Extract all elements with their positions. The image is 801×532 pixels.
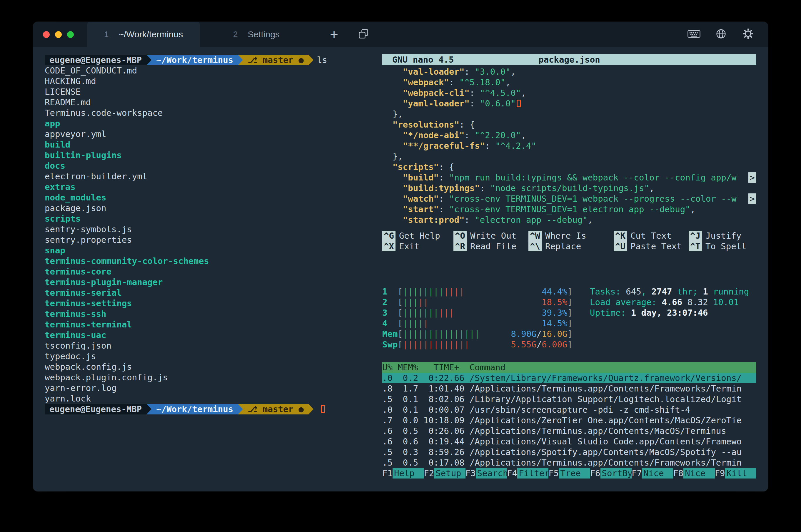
text-segment: "build" [403,173,439,183]
function-key-label: Nice + [683,468,714,478]
gear-icon [743,28,754,41]
text-segment: "resolutions" [393,120,459,130]
directory-name: build [45,139,70,150]
function-key-number: F5 [548,468,559,478]
function-key: F6SortBy [590,468,632,478]
nano-shortcut-row: ^GGet Help^OWrite Out^WWhere Is^KCut Tex… [382,230,756,241]
text-segment: "node scripts/build-typings.js" [490,183,649,193]
text-segment: "*/node-abi" [403,130,465,140]
function-key-label: Tree [559,468,590,478]
meter-bracket: ] [567,308,572,318]
nano-line: }, [382,151,756,162]
new-tab-button[interactable]: + [326,26,342,43]
htop-function-key-bar: F1HelpF2SetupF3SearchF4FilterF5TreeF6Sor… [382,468,756,478]
nano-shortcut: ^\Replace [528,241,614,252]
meter-value: 8.90G/16.0G [511,329,567,339]
text-segment: "0.6.0" [480,98,516,109]
text-segment: : [480,183,490,193]
nano-filename: package.json [382,54,756,65]
settings-button[interactable] [740,26,756,43]
process-row: .0 0.1 0:00.07 /usr/sbin/screencapture -… [382,404,756,415]
function-key-label: Setup [434,468,465,478]
text-segment [382,204,403,214]
language-button[interactable] [713,26,729,43]
file-entry: terminus-community-color-schemes [45,256,327,266]
function-key-number: F4 [507,468,517,478]
text-segment: , [649,183,654,193]
tab-settings[interactable]: 2 Settings [200,22,313,47]
directory-name: terminus-settings [45,298,132,308]
file-entry: extras [45,182,327,192]
directory-name: terminus-community-color-schemes [45,256,209,266]
function-key-label: Filter [517,468,548,478]
maximize-button[interactable] [67,31,74,38]
nano-line: "build": "npm run build:typings && webpa… [382,172,756,183]
function-key-number: F6 [590,468,600,478]
shortcut-label: Get Help [399,231,440,241]
meter-bar-fill: ||||||||||||||| [403,329,480,339]
minimize-button[interactable] [55,31,62,38]
meter-bracket: [ [397,297,403,307]
meter-label: 1 [382,286,397,297]
tab-terminal[interactable]: 1 ~/Work/terminus [87,22,200,47]
nano-line: "watch": "cross-env TERMINUS_DEV=1 webpa… [382,193,756,204]
nano-line: }, [382,109,756,119]
system-stats: Tasks: 645, 2747 thr; 1 runningLoad aver… [590,286,749,350]
text-segment: "**/graceful-fs" [403,141,485,151]
meter-bar-fill: | [423,318,428,328]
text-segment: "cross-env TERMINUS_DEV=1 electron app -… [449,204,690,214]
text-segment: : [439,204,449,214]
meter-row: 4[|||||14.5%] [382,318,582,329]
shortcut-key: ^G [382,231,395,241]
new-window-button[interactable] [355,26,372,43]
meter-value-part: / [537,329,542,339]
text-segment: , [505,77,510,87]
file-name: appveyor.yml [45,129,107,139]
text-segment: , [521,88,526,98]
shortcut-label: Justify [705,231,741,241]
function-key: F8Nice + [673,468,714,478]
directory-name: app [45,118,60,129]
close-button[interactable] [43,31,50,38]
text-segment: , [521,130,526,140]
nano-shortcut-bar: ^GGet Help^OWrite Out^WWhere Is^KCut Tex… [382,230,756,252]
text-segment: "^2.20.0" [474,130,521,140]
function-key-label: Kill [725,468,756,478]
shortcut-key: ^U [614,241,627,251]
directory-name: docs [45,161,65,171]
prompt-segment: ⎇ master ● [243,55,309,65]
file-entry: yarn-error.log [45,383,327,393]
nano-shortcut: ^XExit [382,241,453,252]
file-name: CODE_OF_CONDUCT.md [45,65,137,76]
terminal-pane-tools[interactable]: GNU nano 4.5 package.json "val-loader": … [382,54,756,478]
file-entry: Terminus.code-workspace [45,108,327,118]
meter-value-part: / [537,340,542,349]
shell-prompt: eugene@Eugenes-MBP~/Work/terminus⎇ maste… [45,55,327,65]
prompt-segment: ~/Work/terminus [151,55,238,65]
file-entry: webpack.plugin.config.js [45,372,327,383]
process-row: .6 0.6 0:19.44 /Applications/Visual Stud… [382,436,756,447]
nano-line: "start:prod": "electron app --debug", [382,214,756,225]
meter-value-part: 44.4% [542,287,567,297]
keyboard-shortcuts-button[interactable] [686,26,702,43]
shortcut-key: ^K [614,231,627,241]
directory-name: terminus-serial [45,288,122,298]
file-name: yarn.lock [45,394,91,403]
file-entry: build [45,139,327,150]
meter-value: 14.5% [542,318,567,329]
prompt-segment: ⎇ master ● [243,404,309,414]
meter-bar-fill: || [418,297,428,307]
shortcut-key: ^\ [528,241,542,251]
terminal-pane-shell[interactable]: eugene@Eugenes-MBP~/Work/terminus⎇ maste… [45,55,327,414]
nano-line: "resolutions": { [382,119,756,130]
meter-bars: ||||||||||||||| [403,329,480,339]
meter-value: 39.3% [542,307,567,318]
text-segment: "^5.18.0" [459,77,505,87]
meter-label: 2 [382,297,397,307]
function-key: F9Kill [715,468,756,478]
text-segment: 2747 [652,287,672,297]
file-name: webpack.config.js [45,362,132,372]
text-segment: : { [439,162,454,172]
text-segment: running [708,287,749,297]
stat-line: Load average: 4.66 8.32 10.01 [590,297,749,307]
